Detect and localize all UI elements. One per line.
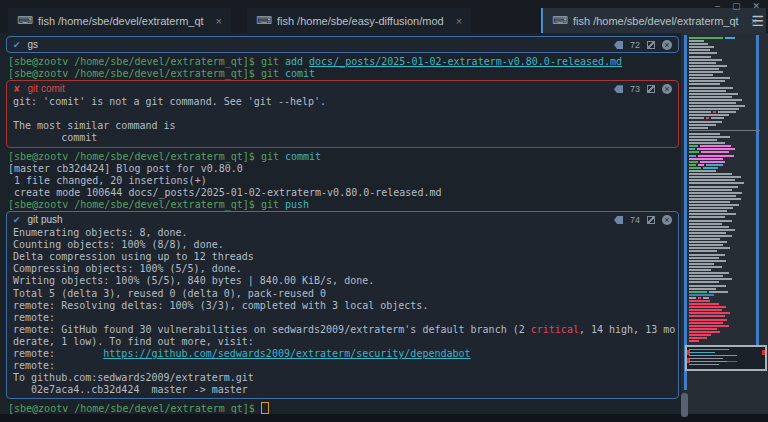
minimap-row: [689, 148, 763, 150]
minimap-row: [689, 285, 763, 287]
minimap-row: [689, 40, 763, 42]
minimap-bar: [689, 322, 723, 324]
minimap-bar: [698, 155, 734, 157]
minimap-bar: [689, 340, 699, 342]
minimap-bar: [718, 111, 736, 113]
minimap-bar: [689, 275, 723, 277]
minimap-bar: [689, 244, 723, 246]
minimap-row: [689, 266, 763, 268]
minimap-row: [689, 275, 763, 277]
terminal-text: git: [261, 56, 285, 67]
minimap-bar: [689, 173, 732, 175]
terminal-text: push: [285, 199, 309, 210]
minimap-bar: [689, 71, 723, 73]
minimap-row: [689, 195, 763, 197]
minimap-bar: [689, 65, 727, 67]
minimap-row: [689, 247, 763, 249]
frame-close-icon[interactable]: ×: [662, 84, 672, 94]
minimap[interactable]: [681, 33, 768, 414]
minimap-bar: [689, 198, 741, 200]
minimap-micro-line: [689, 364, 719, 365]
minimap-row: [689, 130, 763, 132]
minimap-bar: [689, 114, 729, 116]
command-frame: ✔git push74×Enumerating objects: 8, done…: [6, 211, 679, 399]
minimap-row: [689, 223, 763, 225]
terminal-text: derate, 1 low). To find out more, visit:: [13, 336, 254, 347]
minimap-row: [689, 59, 763, 61]
terminal-line: To github.com:sedwards2009/extraterm.git: [13, 372, 672, 384]
minimap-row: [689, 139, 763, 141]
minimap-bar: [689, 315, 725, 317]
minimap-bar: [689, 74, 713, 76]
terminal-line: commit: [13, 132, 672, 144]
terminal-text: https://github.com/sedwards2009/extrater…: [103, 348, 470, 359]
terminal-text: [sbe@zootv /home/sbe/devel/extraterm_qt]…: [8, 199, 261, 210]
window-close-button[interactable]: ✕: [752, 1, 760, 12]
minimap-bar: [689, 223, 722, 225]
terminal-line: [sbe@zootv /home/sbe/devel/extraterm_qt]…: [8, 199, 681, 211]
tab-close-icon[interactable]: ×: [456, 15, 462, 27]
minimap-bar: [689, 90, 726, 92]
minimap-row: [689, 201, 763, 203]
minimap-bar: [689, 235, 732, 237]
minimap-row: [689, 182, 763, 184]
minimap-viewport[interactable]: [685, 345, 767, 371]
terminal-tab[interactable]: ⌨fish /home/sbe/devel/extraterm_qt×: [8, 8, 231, 33]
pop-out-icon[interactable]: [647, 41, 655, 49]
terminal-scrollback[interactable]: ✔gs72×[sbe@zootv /home/sbe/devel/extrate…: [0, 33, 681, 414]
minimap-bar: [689, 201, 730, 203]
minimap-bar: [689, 176, 741, 178]
terminal-text: critical: [531, 324, 579, 335]
minimap-bar: [689, 133, 720, 135]
minimap-bar: [689, 312, 730, 314]
menu-icon[interactable]: ☰: [751, 13, 764, 29]
minimap-bar: [689, 121, 722, 123]
minimap-bar: [689, 254, 725, 256]
minimap-row: [689, 328, 763, 330]
minimap-bar: [689, 96, 732, 98]
minimap-row: [689, 170, 763, 172]
minimap-row: [689, 325, 763, 327]
minimap-row: [689, 133, 763, 135]
terminal-text: commit: [285, 151, 321, 162]
minimap-bar: [711, 117, 724, 119]
terminal-line: Writing objects: 100% (5/5), 840 bytes |…: [13, 275, 672, 287]
minimap-row: [689, 111, 763, 113]
terminal-tab[interactable]: ⌨fish /home/sbe/easy-diffusion/mod×: [247, 8, 471, 33]
minimap-row: [689, 108, 763, 110]
minimap-bar: [701, 151, 729, 153]
minimap-row: [689, 294, 763, 296]
minimap-row: [689, 49, 763, 51]
minimap-bar: [689, 319, 727, 321]
minimap-bar: [689, 170, 716, 172]
minimap-row: [689, 250, 763, 252]
frame-number-badge: 73: [630, 83, 640, 95]
minimap-bar: [689, 241, 727, 243]
window-maximize-button[interactable]: ▢: [732, 1, 741, 12]
terminal-text: To github.com:sedwards2009/extraterm.git: [13, 372, 254, 383]
terminal-cursor[interactable]: [261, 402, 269, 414]
frame-close-icon[interactable]: ×: [662, 215, 672, 225]
pop-out-icon[interactable]: [647, 216, 655, 224]
minimap-row: [689, 291, 763, 293]
minimap-bar: [689, 257, 719, 259]
minimap-row: [689, 117, 763, 119]
minimap-row: [689, 312, 763, 314]
minimap-scroll-thumb[interactable]: [681, 393, 688, 417]
terminal-line: remote:: [13, 312, 672, 324]
minimap-bar: [689, 186, 738, 188]
minimap-row: [689, 68, 763, 70]
frame-close-icon[interactable]: ×: [662, 40, 672, 50]
pop-out-icon[interactable]: [647, 85, 655, 93]
minimap-row: [689, 167, 763, 169]
window-minimize-button[interactable]: –: [715, 1, 720, 12]
minimap-bar: [689, 303, 719, 305]
terminal-text: add: [285, 56, 309, 67]
minimap-row: [689, 334, 763, 336]
terminal-text: [sbe@zootv /home/sbe/devel/extraterm_qt]…: [8, 403, 261, 414]
minimap-bar: [689, 49, 710, 51]
minimap-row: [689, 315, 763, 317]
minimap-frame-edge-left: [684, 35, 687, 390]
minimap-bar: [689, 297, 696, 299]
tab-close-icon[interactable]: ×: [216, 15, 222, 27]
